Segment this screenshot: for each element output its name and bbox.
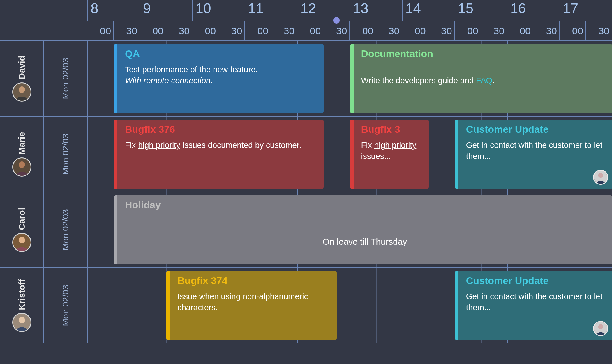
event-documentation[interactable]: DocumentationWrite the developers guide … — [350, 44, 612, 113]
lane-kristoff[interactable]: Bugfix 374Issue when using non-alphanume… — [87, 268, 612, 343]
hour-label: 10 — [192, 0, 211, 21]
avatar — [12, 157, 31, 177]
half-hour-label: 30 — [323, 21, 350, 41]
avatar — [12, 233, 31, 252]
event-assignee-avatar — [593, 321, 608, 336]
svg-point-3 — [19, 161, 25, 168]
date-label: Mon 02/03 — [61, 209, 70, 251]
svg-point-11 — [598, 324, 603, 329]
event-description: Issue when using non-alphanumeric charac… — [177, 291, 331, 313]
svg-point-9 — [19, 317, 25, 323]
resource-label: David — [17, 56, 27, 79]
lane-marie[interactable]: Bugfix 376Fix high priority issues docum… — [87, 116, 612, 192]
event-description: Get in contact with the customer to let … — [466, 291, 606, 313]
half-hour-label: 00 — [507, 21, 533, 41]
resource-carol[interactable]: Carol — [0, 192, 44, 268]
date-cell: Mon 02/03 — [44, 192, 87, 268]
event-bugfix376[interactable]: Bugfix 376Fix high priority issues docum… — [114, 120, 324, 189]
hour-label: 14 — [402, 0, 421, 21]
resource-marie[interactable]: Marie — [0, 116, 44, 192]
half-hour-label: 30 — [166, 21, 192, 41]
svg-point-7 — [19, 237, 25, 243]
event-bugfix3[interactable]: Bugfix 3Fix high priority issues... — [350, 120, 429, 189]
half-hour-label: 30 — [533, 21, 560, 41]
avatar — [12, 82, 31, 102]
now-indicator-line — [337, 117, 337, 192]
half-hour-label: 00 — [560, 21, 586, 41]
event-assignee-avatar — [593, 170, 608, 185]
hour-label: 8 — [87, 0, 98, 21]
event-title: Bugfix 376 — [125, 124, 318, 135]
half-hour-label: 30 — [376, 21, 402, 41]
event-title: Customer Update — [466, 275, 606, 286]
half-hour-label: 00 — [297, 21, 323, 41]
event-description: Fix high priority issues documented by c… — [125, 140, 318, 151]
half-hour-label: 30 — [586, 21, 612, 41]
hour-label: 16 — [507, 0, 526, 21]
faq-link[interactable]: FAQ — [476, 76, 492, 85]
event-description: Test performance of the new feature.With… — [125, 64, 318, 86]
event-customer-update-1[interactable]: Customer UpdateGet in contact with the c… — [455, 120, 612, 189]
now-indicator-line — [337, 41, 337, 116]
half-hour-label: 00 — [140, 21, 166, 41]
svg-point-5 — [598, 173, 603, 178]
half-hour-label: 30 — [218, 21, 245, 41]
half-hour-label: 00 — [245, 21, 271, 41]
event-title: QA — [125, 48, 318, 59]
event-title: Holiday — [125, 199, 161, 211]
date-cell: Mon 02/03 — [44, 268, 87, 343]
date-label: Mon 02/03 — [61, 58, 70, 99]
hour-label: 9 — [140, 0, 151, 21]
date-label: Mon 02/03 — [61, 134, 70, 175]
half-hour-label: 30 — [114, 21, 140, 41]
hour-label: 11 — [245, 0, 263, 21]
hour-label: 12 — [297, 0, 316, 21]
half-hour-label: 30 — [271, 21, 297, 41]
resource-kristoff[interactable]: Kristoff — [0, 268, 44, 343]
event-bugfix374[interactable]: Bugfix 374Issue when using non-alphanume… — [166, 271, 337, 340]
resource-label: Kristoff — [17, 279, 27, 310]
hour-label: 17 — [560, 0, 578, 21]
event-title: Customer Update — [466, 124, 606, 135]
event-center-text: On leave till Thursday — [117, 237, 612, 247]
resource-david[interactable]: David — [0, 41, 44, 116]
event-customer-update-2[interactable]: Customer UpdateGet in contact with the c… — [455, 271, 612, 340]
event-description: Fix high priority issues... — [361, 140, 423, 162]
timescale-header: 891011121314151617 003000300030003000300… — [87, 0, 612, 41]
avatar — [12, 313, 31, 332]
half-hour-label: 30 — [428, 21, 455, 41]
resource-label: Marie — [17, 132, 27, 155]
date-cell: Mon 02/03 — [44, 116, 87, 192]
event-title: Documentation — [361, 48, 607, 59]
event-title: Bugfix 3 — [361, 124, 423, 135]
lane-carol[interactable]: HolidayOn leave till Thursday — [87, 192, 612, 268]
scheduler-grid: 891011121314151617 003000300030003000300… — [0, 0, 612, 343]
half-hour-label: 00 — [192, 21, 218, 41]
date-label: Mon 02/03 — [61, 285, 70, 326]
half-hour-label: 00 — [350, 21, 376, 41]
event-holiday[interactable]: HolidayOn leave till Thursday — [114, 195, 612, 264]
event-qa[interactable]: QATest performance of the new feature.Wi… — [114, 44, 324, 113]
half-hour-label: 00 — [455, 21, 481, 41]
half-hour-label: 30 — [481, 21, 507, 41]
resource-label: Carol — [17, 208, 27, 230]
header-corner — [0, 0, 87, 41]
now-indicator-line — [337, 268, 337, 343]
date-cell: Mon 02/03 — [44, 41, 87, 116]
half-hour-label: 00 — [87, 21, 114, 41]
event-title: Bugfix 374 — [177, 275, 331, 286]
lane-david[interactable]: QATest performance of the new feature.Wi… — [87, 41, 612, 116]
svg-point-1 — [19, 86, 25, 93]
hour-label: 13 — [350, 0, 368, 21]
hour-label: 15 — [455, 0, 473, 21]
half-hour-label: 00 — [402, 21, 428, 41]
event-description: Write the developers guide and FAQ. — [361, 64, 607, 86]
event-description: Get in contact with the customer to let … — [466, 140, 606, 162]
now-indicator-line — [337, 192, 337, 267]
